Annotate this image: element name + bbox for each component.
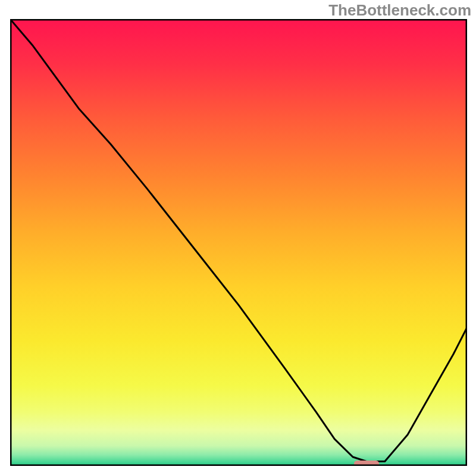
plot-area <box>10 19 467 466</box>
chart-svg <box>10 19 467 466</box>
chart-container: TheBottleneck.com <box>0 0 476 476</box>
watermark-text: TheBottleneck.com <box>328 1 471 20</box>
gradient-background <box>10 19 467 466</box>
